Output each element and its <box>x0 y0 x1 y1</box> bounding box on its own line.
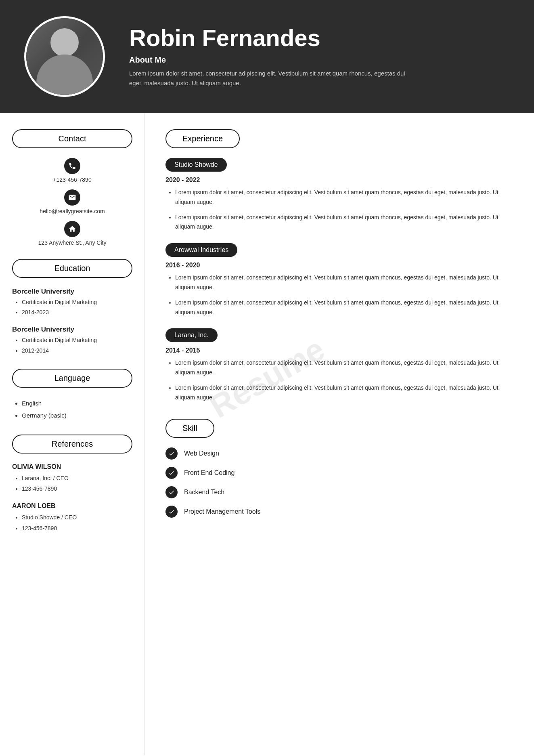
company-badge-3: Larana, Inc. <box>165 328 218 342</box>
skill-label-4: Project Management Tools <box>184 508 260 515</box>
check-icon-4 <box>165 506 178 518</box>
right-content: Experience Studio Showde 2020 - 2022 Lor… <box>145 113 534 755</box>
edu-list-2: Certificate in Digital Marketing 2012-20… <box>12 335 132 355</box>
experience-section: Experience Studio Showde 2020 - 2022 Lor… <box>165 129 514 403</box>
exp-bullet: Lorem ipsum dolor sit amet, consectetur … <box>175 358 514 378</box>
check-icon-3 <box>165 486 178 498</box>
language-list: English Germany (basic) <box>12 397 132 422</box>
ref-item: 123-456-7890 <box>22 523 132 534</box>
ref-item: 123-456-7890 <box>22 483 132 494</box>
exp-bullet: Lorem ipsum dolor sit amet, consectetur … <box>175 298 514 317</box>
ref-item: Larana, Inc. / CEO <box>22 473 132 484</box>
ref-name-2: AARON LOEB <box>12 502 132 510</box>
edu-entry-2: Borcelle University Certificate in Digit… <box>12 326 132 355</box>
edu-item: Certificate in Digital Marketing <box>22 335 132 345</box>
phone-text: +123-456-7890 <box>53 176 91 183</box>
language-item: Germany (basic) <box>22 410 132 422</box>
edu-item: Certificate in Digital Marketing <box>22 297 132 307</box>
company-badge-1: Studio Showde <box>165 158 227 172</box>
ref-list-1: Larana, Inc. / CEO 123-456-7890 <box>12 473 132 494</box>
email-icon <box>64 189 80 206</box>
phone-icon <box>64 158 80 174</box>
skill-label-3: Backend Tech <box>184 489 224 496</box>
address-icon <box>64 221 80 237</box>
ref-list-2: Studio Showde / CEO 123-456-7890 <box>12 512 132 533</box>
skill-section: Skill Web Design Front End Coding Backen… <box>165 419 514 518</box>
about-text: Lorem ipsum dolor sit amet, consectetur … <box>129 69 412 88</box>
sidebar: Contact +123-456-7890 hello@reallygreats… <box>0 113 145 755</box>
exp-entry-2: Arowwai Industries 2016 - 2020 Lorem ips… <box>165 243 514 317</box>
edu-list-1: Certificate in Digital Marketing 2014-20… <box>12 297 132 317</box>
references-heading: References <box>12 435 132 454</box>
avatar <box>24 16 105 97</box>
exp-bullet: Lorem ipsum dolor sit amet, consectetur … <box>175 273 514 292</box>
edu-university-2: Borcelle University <box>12 326 132 334</box>
exp-list-3: Lorem ipsum dolor sit amet, consectetur … <box>165 358 514 402</box>
experience-heading: Experience <box>165 129 240 148</box>
ref-item: Studio Showde / CEO <box>22 512 132 523</box>
contact-phone: +123-456-7890 <box>12 158 132 183</box>
check-icon-1 <box>165 447 178 460</box>
address-text: 123 Anywhere St., Any City <box>38 239 107 246</box>
email-text: hello@reallygreatsite.com <box>40 208 105 214</box>
main-content: Contact +123-456-7890 hello@reallygreats… <box>0 113 534 755</box>
header: Robin Fernandes About Me Lorem ipsum dol… <box>0 0 534 113</box>
exp-years-3: 2014 - 2015 <box>165 347 514 354</box>
exp-years-1: 2020 - 2022 <box>165 176 514 184</box>
ref-entry-1: OLIVIA WILSON Larana, Inc. / CEO 123-456… <box>12 463 132 494</box>
skill-heading: Skill <box>165 419 214 438</box>
about-title: About Me <box>129 55 510 65</box>
edu-entry-1: Borcelle University Certificate in Digit… <box>12 288 132 317</box>
edu-university-1: Borcelle University <box>12 288 132 296</box>
contact-section: Contact +123-456-7890 hello@reallygreats… <box>12 129 132 246</box>
skill-item-2: Front End Coding <box>165 467 514 479</box>
ref-entry-2: AARON LOEB Studio Showde / CEO 123-456-7… <box>12 502 132 533</box>
references-section: References OLIVIA WILSON Larana, Inc. / … <box>12 435 132 533</box>
exp-bullet: Lorem ipsum dolor sit amet, consectetur … <box>175 188 514 207</box>
candidate-name: Robin Fernandes <box>129 25 510 51</box>
skill-label-1: Web Design <box>184 450 219 457</box>
education-heading: Education <box>12 259 132 278</box>
header-info: Robin Fernandes About Me Lorem ipsum dol… <box>129 25 510 88</box>
language-item: English <box>22 397 132 410</box>
skill-label-2: Front End Coding <box>184 469 235 477</box>
edu-item: 2014-2023 <box>22 307 132 317</box>
contact-email: hello@reallygreatsite.com <box>12 189 132 214</box>
contact-heading: Contact <box>12 129 132 148</box>
education-section: Education Borcelle University Certificat… <box>12 259 132 356</box>
exp-bullet: Lorem ipsum dolor sit amet, consectetur … <box>175 213 514 232</box>
company-badge-2: Arowwai Industries <box>165 243 237 257</box>
skill-item-3: Backend Tech <box>165 486 514 498</box>
exp-entry-3: Larana, Inc. 2014 - 2015 Lorem ipsum dol… <box>165 328 514 402</box>
language-heading: Language <box>12 369 132 388</box>
exp-years-2: 2016 - 2020 <box>165 262 514 269</box>
language-section: Language English Germany (basic) <box>12 369 132 422</box>
edu-item: 2012-2014 <box>22 346 132 356</box>
exp-bullet: Lorem ipsum dolor sit amet, consectetur … <box>175 383 514 403</box>
exp-entry-1: Studio Showde 2020 - 2022 Lorem ipsum do… <box>165 158 514 232</box>
check-icon-2 <box>165 467 178 479</box>
ref-name-1: OLIVIA WILSON <box>12 463 132 470</box>
skill-item-1: Web Design <box>165 447 514 460</box>
exp-list-1: Lorem ipsum dolor sit amet, consectetur … <box>165 188 514 232</box>
skill-item-4: Project Management Tools <box>165 506 514 518</box>
contact-address: 123 Anywhere St., Any City <box>12 221 132 246</box>
exp-list-2: Lorem ipsum dolor sit amet, consectetur … <box>165 273 514 317</box>
